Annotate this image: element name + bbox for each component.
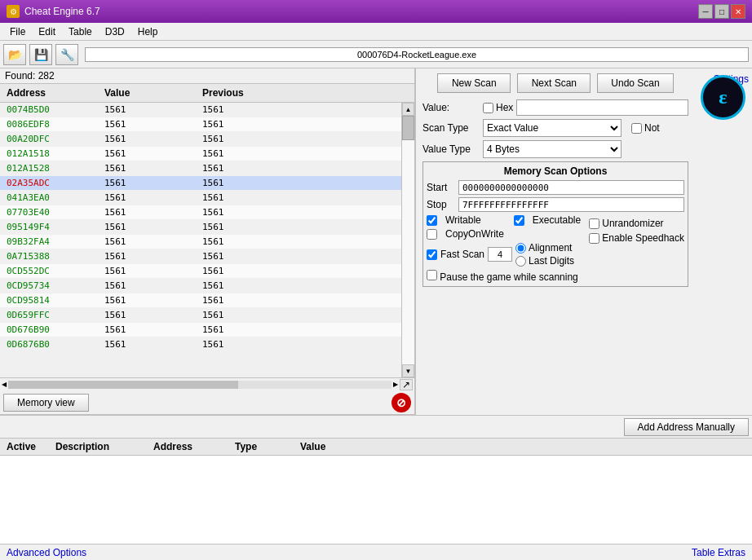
settings-toolbar-button[interactable]: 🔧 — [55, 44, 78, 65]
cell-address: 095149F4 — [3, 221, 101, 233]
writable-checkbox[interactable] — [427, 215, 437, 226]
cell-value: 1561 — [101, 250, 199, 262]
table-row[interactable]: 07703E4015611561 — [0, 205, 401, 220]
undo-scan-button[interactable]: Undo Scan — [597, 73, 673, 93]
alignment-radio[interactable] — [515, 243, 526, 254]
addr-col-address: Address — [150, 440, 232, 453]
stop-input[interactable] — [458, 197, 684, 212]
open-button[interactable]: 📂 — [3, 44, 26, 65]
toolbar: 📂 💾 🔧 — [0, 41, 752, 68]
address-table: Active Description Address Type Value — [0, 438, 752, 544]
scroll-up-btn[interactable]: ▲ — [402, 103, 414, 116]
value-type-select[interactable]: 4 Bytes — [483, 140, 622, 158]
cell-previous: 1561 — [199, 221, 398, 233]
fast-scan-input[interactable] — [488, 247, 512, 262]
content-area: Found: 282 Address Value Previous 0074B5… — [0, 68, 752, 415]
last-digits-radio[interactable] — [515, 256, 526, 267]
table-row[interactable]: 012A151815611561 — [0, 147, 401, 161]
unrandomizer-label: Unrandomizer — [602, 218, 663, 229]
menu-edit[interactable]: Edit — [32, 24, 62, 39]
copyonwrite-checkbox[interactable] — [427, 229, 437, 240]
cell-value: 1561 — [101, 280, 199, 292]
menu-bar: File Edit Table D3D Help — [0, 23, 752, 41]
menu-file[interactable]: File — [3, 24, 32, 39]
table-row[interactable]: 0D659FFC15611561 — [0, 308, 401, 323]
table-row[interactable]: 041A3EA015611561 — [0, 191, 401, 205]
arrow-icon[interactable]: ↗ — [400, 379, 413, 390]
process-input[interactable] — [85, 47, 749, 62]
speedhack-checkbox[interactable] — [589, 233, 599, 244]
table-row[interactable]: 0D676B9015611561 — [0, 323, 401, 337]
right-section: ε Settings New Scan Next Scan Undo Scan … — [416, 68, 752, 415]
add-address-button[interactable]: Add Address Manually — [624, 418, 749, 436]
pause-checkbox[interactable] — [427, 270, 437, 280]
fast-scan-checkbox[interactable] — [427, 249, 437, 260]
cell-previous: 1561 — [199, 250, 398, 262]
menu-help[interactable]: Help — [131, 24, 165, 39]
scroll-right-btn[interactable]: ▶ — [393, 381, 398, 388]
scroll-down-btn[interactable]: ▼ — [402, 364, 414, 377]
table-row[interactable]: 0CD9581415611561 — [0, 293, 401, 308]
table-row[interactable]: 09B32FA415611561 — [0, 235, 401, 249]
address-table-body[interactable] — [0, 456, 752, 543]
table-row[interactable]: 0A71538815611561 — [0, 249, 401, 264]
table-row[interactable]: 0CD9573415611561 — [0, 279, 401, 293]
table-row[interactable]: 00A20DFC15611561 — [0, 132, 401, 147]
executable-checkbox[interactable] — [514, 215, 524, 226]
table-row[interactable]: 0D6876B015611561 — [0, 337, 401, 347]
cell-value: 1561 — [101, 118, 199, 130]
new-scan-button[interactable]: New Scan — [437, 73, 511, 93]
stop-button[interactable]: ⊘ — [391, 393, 411, 412]
unrandomizer-checkbox[interactable] — [589, 218, 599, 229]
found-count: Found: 282 — [5, 70, 55, 82]
table-row[interactable]: 0CD552DC15611561 — [0, 264, 401, 279]
h-scrollbar[interactable]: ◀ ▶ ↗ — [0, 377, 414, 390]
cell-value: 1561 — [101, 104, 199, 116]
menu-table[interactable]: Table — [62, 24, 99, 39]
cell-address: 012A1518 — [3, 148, 101, 160]
status-right[interactable]: Table Extras — [692, 547, 745, 558]
scan-buttons: New Scan Next Scan Undo Scan — [422, 73, 688, 93]
not-checkbox[interactable] — [631, 123, 642, 134]
save-button[interactable]: 💾 — [29, 44, 52, 65]
app-window: ⚙ Cheat Engine 6.7 ─ □ ✕ File Edit Table… — [0, 0, 752, 560]
memory-scan-title: Memory Scan Options — [427, 165, 684, 177]
cell-value: 1561 — [101, 177, 199, 189]
hex-checkbox[interactable] — [483, 103, 493, 113]
col-previous: Previous — [199, 86, 411, 100]
results-scrollbar[interactable]: ▲ ▼ — [401, 103, 414, 377]
pause-row: Pause the game while scanning — [427, 270, 684, 283]
cell-address: 0CD95814 — [3, 294, 101, 306]
results-body[interactable]: 0074B5D0156115610086EDF81561156100A20DFC… — [0, 103, 401, 347]
top-right-area: ε Settings — [714, 72, 749, 85]
start-label: Start — [427, 182, 455, 193]
close-button[interactable]: ✕ — [731, 4, 745, 19]
h-scrollbar-thumb[interactable] — [8, 381, 238, 389]
pause-label: Pause the game while scanning — [440, 271, 577, 283]
table-row[interactable]: 095149F415611561 — [0, 220, 401, 235]
addr-col-description: Description — [52, 440, 150, 453]
action-bar: Memory view ⊘ — [0, 390, 414, 415]
addr-col-active: Active — [3, 440, 52, 453]
start-input[interactable] — [458, 180, 684, 195]
maximize-button[interactable]: □ — [714, 4, 729, 19]
scrollbar-thumb[interactable] — [402, 116, 414, 140]
cell-previous: 1561 — [199, 236, 398, 248]
menu-d3d[interactable]: D3D — [99, 24, 131, 39]
status-left[interactable]: Advanced Options — [7, 547, 86, 558]
table-row[interactable]: 02A35ADC15611561 — [0, 176, 401, 191]
cell-previous: 1561 — [199, 265, 398, 277]
cell-value: 1561 — [101, 133, 199, 145]
table-row[interactable]: 0074B5D015611561 — [0, 103, 401, 117]
addr-col-value: Value — [297, 440, 749, 453]
table-row[interactable]: 012A152815611561 — [0, 161, 401, 176]
table-row[interactable]: 0086EDF815611561 — [0, 117, 401, 132]
copyonwrite-row: CopyOnWrite — [427, 228, 581, 240]
scan-type-select[interactable]: Exact Value — [483, 119, 622, 137]
memory-view-button[interactable]: Memory view — [3, 394, 89, 412]
minimize-button[interactable]: ─ — [698, 4, 713, 19]
next-scan-button[interactable]: Next Scan — [517, 73, 591, 93]
scroll-left-btn[interactable]: ◀ — [2, 381, 7, 388]
add-address-bar: Add Address Manually — [0, 415, 752, 438]
value-input[interactable] — [516, 99, 688, 116]
